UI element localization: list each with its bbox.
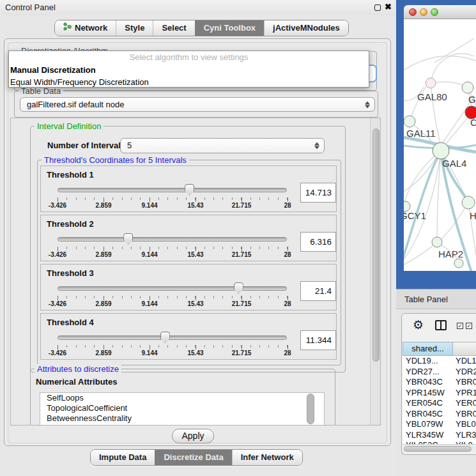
table-row[interactable]: YBR043CYBR0 xyxy=(403,377,476,388)
tab-style[interactable]: Style xyxy=(116,20,153,36)
table-row[interactable]: YLR345WYLR3 xyxy=(403,430,476,441)
slider-tick-labels: -3.426 2.859 9.144 15.43 21.715 28 xyxy=(58,300,288,308)
table-panel-titlebar: Table Panel xyxy=(396,289,476,309)
list-item[interactable]: SelfLoops xyxy=(40,393,324,403)
threshold-label: Threshold 3 xyxy=(47,268,94,278)
table-row[interactable]: YBL079WYBL0 xyxy=(403,419,476,430)
threshold-1-slider[interactable] xyxy=(58,183,287,196)
threshold-4-value-field[interactable] xyxy=(300,330,336,350)
tab-select[interactable]: Select xyxy=(153,20,194,36)
table-row[interactable]: YDL19...YDL1 xyxy=(403,356,476,367)
slider-thumb[interactable] xyxy=(160,332,170,343)
apply-button[interactable]: Apply xyxy=(172,429,214,443)
network-node[interactable] xyxy=(432,237,442,247)
threshold-1-panel: Threshold 1 -3.426 2.859 9.144 15.43 21.… xyxy=(40,165,337,212)
threshold-2-panel: Threshold 2 -3.426 2.859 9.144 15.43 21.… xyxy=(40,215,337,261)
svg-text:GCY1: GCY1 xyxy=(400,210,426,221)
network-node-gal4[interactable] xyxy=(433,142,449,159)
table-horizontal-scrollbar[interactable] xyxy=(403,444,476,452)
slider-tick-labels: -3.426 2.859 9.144 15.43 21.715 28 xyxy=(58,251,288,259)
table-row[interactable]: YPR145WYPR1 xyxy=(403,388,476,399)
slider-track[interactable] xyxy=(58,286,287,291)
network-node[interactable] xyxy=(426,78,436,88)
column-header-shared-name[interactable]: shared... xyxy=(403,342,453,356)
float-window-icon[interactable] xyxy=(374,4,381,11)
network-view-window[interactable]: GAL80 GAL11 GAL4 GCY1 HAP2 G C H xyxy=(396,0,476,289)
slider-thumb[interactable] xyxy=(123,233,133,245)
tab-cyni-toolbox[interactable]: Cyni Toolbox xyxy=(195,20,264,36)
checkbox-checked-icon[interactable]: ✓ xyxy=(457,323,463,329)
attributes-group: Attributes to discretize Numerical Attri… xyxy=(30,369,335,426)
tab-label: Discretize Data xyxy=(164,450,223,465)
settings-scrollbar-track[interactable] xyxy=(370,118,381,425)
table-data-combobox[interactable]: galFiltered.sif default node xyxy=(20,97,375,112)
threshold-3-panel: Threshold 3 -3.426 2.859 9.144 15.43 21.… xyxy=(40,264,337,311)
slider-thumb[interactable] xyxy=(185,184,194,196)
table-row[interactable]: YER054CYER0 xyxy=(403,398,476,409)
panel-title: Control Panel xyxy=(5,3,56,12)
slider-ticks xyxy=(58,247,288,251)
close-icon[interactable]: ✖ xyxy=(385,2,392,12)
tab-jactivemnodules[interactable]: jActiveMNodules xyxy=(264,20,348,36)
list-item[interactable]: TopologicalCoefficient xyxy=(40,403,324,413)
svg-text:H: H xyxy=(470,210,476,221)
group-title: Interval Definition xyxy=(35,121,104,131)
threshold-label: Threshold 4 xyxy=(47,318,94,327)
svg-text:GAL80: GAL80 xyxy=(417,91,447,102)
table-header-row: shared... n xyxy=(403,342,476,356)
slider-tick-labels: -3.426 2.859 9.144 15.43 21.715 28 xyxy=(58,202,288,210)
column-header-name[interactable]: n xyxy=(453,342,476,356)
slider-ticks xyxy=(58,296,288,300)
threshold-3-slider[interactable] xyxy=(58,282,287,295)
list-item[interactable]: BetweennessCentrality xyxy=(40,413,324,424)
network-node[interactable] xyxy=(404,116,415,127)
tab-infer-network[interactable]: Infer Network xyxy=(232,450,302,465)
threshold-4-slider[interactable] xyxy=(58,331,287,344)
top-tab-bar: Network Style Select Cyni Toolbox jActiv… xyxy=(54,20,349,36)
settings-scroll-area: Interval Definition Number of Intervals … xyxy=(10,118,381,426)
threshold-3-value-field[interactable] xyxy=(300,281,336,301)
network-canvas[interactable]: GAL80 GAL11 GAL4 GCY1 HAP2 G C H xyxy=(396,0,476,289)
tab-network[interactable]: Network xyxy=(55,20,116,36)
slider-tick-labels: -3.426 2.859 9.144 15.43 21.715 28 xyxy=(58,349,288,357)
dropdown-item-manual-discretization[interactable]: Manual Discretization xyxy=(9,64,369,76)
checkbox-checked-icon[interactable]: ✓ xyxy=(466,323,472,329)
dropdown-item-equal-width-frequency[interactable]: Equal Width/Frequency Discretization xyxy=(9,76,369,88)
tab-impute-data[interactable]: Impute Data xyxy=(91,450,155,465)
threshold-1-value-field[interactable] xyxy=(300,183,336,203)
network-node[interactable] xyxy=(454,259,463,268)
slider-track[interactable] xyxy=(58,335,287,340)
slider-track[interactable] xyxy=(58,237,287,242)
svg-text:GAL11: GAL11 xyxy=(406,128,436,139)
bottom-tab-bar: Impute Data Discretize Data Infer Networ… xyxy=(90,449,303,466)
gear-icon[interactable]: ⚙ xyxy=(413,318,424,332)
table-horizontal-scrollbar-thumb[interactable] xyxy=(404,446,472,452)
algorithm-dropdown-popup: Select algorithm to view settings Manual… xyxy=(8,50,369,88)
threshold-2-value-field[interactable] xyxy=(300,232,336,252)
tab-label: Style xyxy=(125,20,144,36)
number-of-intervals-combobox[interactable]: 5 xyxy=(120,138,325,153)
threshold-2-slider[interactable] xyxy=(58,233,287,245)
split-columns-icon[interactable] xyxy=(435,320,447,330)
threshold-4-panel: Threshold 4 -3.426 2.859 9.144 15.43 21.… xyxy=(40,313,337,360)
settings-scrollbar-thumb[interactable] xyxy=(372,128,380,362)
tab-label: Impute Data xyxy=(99,450,146,465)
slider-track[interactable] xyxy=(58,188,287,192)
control-panel-titlebar: Control Panel ✖ xyxy=(0,0,395,15)
tab-label: Infer Network xyxy=(241,450,294,465)
table-row[interactable]: YDR27...YDR2 xyxy=(403,367,476,378)
tab-label: Network xyxy=(75,20,107,36)
svg-text:C: C xyxy=(470,117,476,128)
tab-discretize-data[interactable]: Discretize Data xyxy=(155,450,231,465)
table-toolbar: ⚙ ✓ ✓ xyxy=(402,314,476,338)
numerical-attributes-label: Numerical Attributes xyxy=(36,377,117,387)
slider-thumb[interactable] xyxy=(234,282,243,294)
svg-text:GAL4: GAL4 xyxy=(442,158,466,169)
list-scrollbar[interactable] xyxy=(307,394,314,424)
table-row[interactable]: YBR045CYBR0 xyxy=(403,409,476,420)
slider-ticks xyxy=(58,345,288,349)
network-node[interactable] xyxy=(462,196,475,209)
network-node[interactable] xyxy=(462,82,473,93)
group-title: Threshold's Coordinates for 5 Intervals xyxy=(42,155,189,165)
threshold-label: Threshold 2 xyxy=(47,219,94,229)
